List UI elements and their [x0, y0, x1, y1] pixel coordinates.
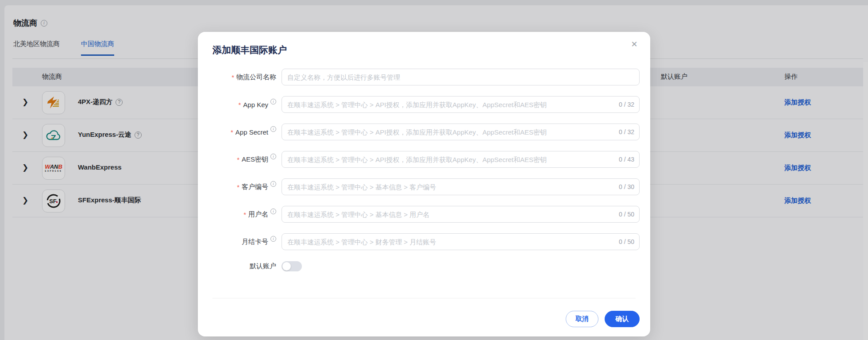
- close-icon[interactable]: ✕: [628, 38, 640, 50]
- field-info-icon[interactable]: i: [270, 154, 276, 159]
- required-asterisk: *: [231, 128, 233, 136]
- field-label: * AES密钥 i: [198, 155, 282, 164]
- field-info-icon[interactable]: i: [270, 209, 276, 214]
- footer-divider: [212, 298, 636, 298]
- add-sf-account-modal: 添加顺丰国际账户 ✕ * 物流公司名称 * App Key i 0 / 32 *…: [198, 32, 650, 336]
- required-asterisk: *: [237, 156, 239, 163]
- field-input[interactable]: [282, 151, 640, 168]
- required-asterisk: *: [231, 73, 234, 81]
- form-field-row: * 用户名 i 0 / 50: [198, 206, 640, 223]
- form-field-row: * AES密钥 i 0 / 43: [198, 151, 640, 168]
- field-input[interactable]: [282, 124, 640, 140]
- default-account-toggle[interactable]: [282, 261, 302, 271]
- required-asterisk: *: [243, 211, 246, 218]
- required-asterisk: *: [237, 183, 239, 191]
- field-input[interactable]: [282, 233, 640, 250]
- confirm-button[interactable]: 确认: [605, 311, 640, 327]
- field-label: * 物流公司名称: [198, 73, 282, 81]
- form-field-row: * 客户编号 i 0 / 30: [198, 178, 640, 195]
- form-field-row: * App Secret i 0 / 32: [198, 124, 640, 140]
- field-input[interactable]: [282, 69, 640, 85]
- field-label: * 客户编号 i: [198, 183, 282, 191]
- form-field-row: 月结卡号 i 0 / 50: [198, 233, 640, 250]
- field-input[interactable]: [282, 96, 640, 113]
- field-info-icon[interactable]: i: [270, 99, 276, 104]
- field-label: * App Secret i: [198, 128, 282, 136]
- toggle-knob: [282, 262, 291, 270]
- cancel-button[interactable]: 取消: [566, 311, 598, 327]
- form-field-row: * 物流公司名称: [198, 69, 640, 85]
- default-account-row: 默认账户: [198, 261, 640, 271]
- form-field-row: * App Key i 0 / 32: [198, 96, 640, 113]
- toggle-label: 默认账户: [198, 262, 282, 270]
- field-info-icon[interactable]: i: [270, 236, 276, 242]
- field-input[interactable]: [282, 178, 640, 195]
- field-label: * 用户名 i: [198, 210, 282, 219]
- field-label: 月结卡号 i: [198, 238, 282, 246]
- required-asterisk: *: [238, 101, 241, 108]
- field-info-icon[interactable]: i: [270, 181, 276, 187]
- field-label: * App Key i: [198, 101, 282, 108]
- field-info-icon[interactable]: i: [270, 126, 276, 132]
- modal-title: 添加顺丰国际账户: [212, 44, 287, 56]
- field-input[interactable]: [282, 206, 640, 223]
